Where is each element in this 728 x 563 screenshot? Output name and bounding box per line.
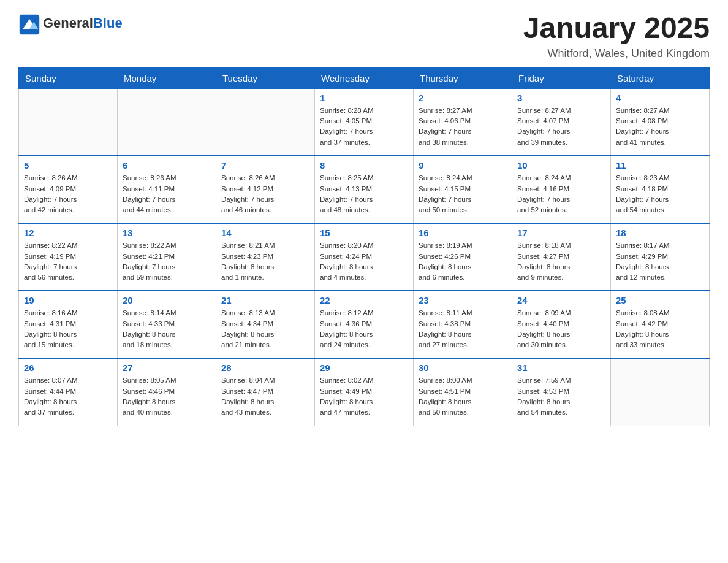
day-number: 26 xyxy=(24,362,112,373)
day-header-tuesday: Tuesday xyxy=(216,67,315,88)
calendar-cell: 23Sunrise: 8:11 AMSunset: 4:38 PMDayligh… xyxy=(414,291,512,358)
calendar-cell: 7Sunrise: 8:26 AMSunset: 4:12 PMDaylight… xyxy=(216,156,315,223)
day-header-thursday: Thursday xyxy=(414,67,512,88)
day-info: Sunrise: 8:11 AMSunset: 4:38 PMDaylight:… xyxy=(419,308,507,350)
calendar-cell: 18Sunrise: 8:17 AMSunset: 4:29 PMDayligh… xyxy=(611,223,710,291)
day-info: Sunrise: 8:26 AMSunset: 4:09 PMDaylight:… xyxy=(24,173,112,215)
title-section: January 2025 Whitford, Wales, United Kin… xyxy=(523,12,710,60)
logo-general-text: General xyxy=(43,15,93,31)
calendar-cell: 27Sunrise: 8:05 AMSunset: 4:46 PMDayligh… xyxy=(118,358,216,426)
calendar-cell xyxy=(216,88,315,156)
calendar-cell xyxy=(118,88,216,156)
day-header-sunday: Sunday xyxy=(19,67,118,88)
calendar-cell: 21Sunrise: 8:13 AMSunset: 4:34 PMDayligh… xyxy=(216,291,315,358)
day-info: Sunrise: 8:04 AMSunset: 4:47 PMDaylight:… xyxy=(221,375,309,418)
calendar-cell: 17Sunrise: 8:18 AMSunset: 4:27 PMDayligh… xyxy=(512,223,611,291)
day-number: 8 xyxy=(320,160,408,170)
day-number: 11 xyxy=(616,160,704,170)
calendar-cell: 4Sunrise: 8:27 AMSunset: 4:08 PMDaylight… xyxy=(611,88,710,156)
logo-icon xyxy=(18,13,40,36)
day-info: Sunrise: 8:16 AMSunset: 4:31 PMDaylight:… xyxy=(24,308,112,350)
day-info: Sunrise: 8:22 AMSunset: 4:21 PMDaylight:… xyxy=(123,240,211,283)
calendar-cell: 16Sunrise: 8:19 AMSunset: 4:26 PMDayligh… xyxy=(414,223,512,291)
calendar-cell: 25Sunrise: 8:08 AMSunset: 4:42 PMDayligh… xyxy=(611,291,710,358)
calendar-cell: 9Sunrise: 8:24 AMSunset: 4:15 PMDaylight… xyxy=(414,156,512,223)
day-info: Sunrise: 8:09 AMSunset: 4:40 PMDaylight:… xyxy=(517,308,605,350)
day-number: 13 xyxy=(123,228,211,238)
calendar-header-row: SundayMondayTuesdayWednesdayThursdayFrid… xyxy=(19,67,710,88)
calendar-cell: 20Sunrise: 8:14 AMSunset: 4:33 PMDayligh… xyxy=(118,291,216,358)
calendar-cell: 31Sunrise: 7:59 AMSunset: 4:53 PMDayligh… xyxy=(512,358,611,426)
logo-blue-text: Blue xyxy=(93,15,123,31)
day-info: Sunrise: 8:23 AMSunset: 4:18 PMDaylight:… xyxy=(616,173,704,215)
calendar-cell: 24Sunrise: 8:09 AMSunset: 4:40 PMDayligh… xyxy=(512,291,611,358)
day-number: 30 xyxy=(419,362,507,373)
calendar-week-row: 19Sunrise: 8:16 AMSunset: 4:31 PMDayligh… xyxy=(19,291,710,358)
day-info: Sunrise: 8:05 AMSunset: 4:46 PMDaylight:… xyxy=(123,375,211,418)
day-info: Sunrise: 8:19 AMSunset: 4:26 PMDaylight:… xyxy=(419,240,507,283)
logo: GeneralBlue xyxy=(18,12,123,34)
location: Whitford, Wales, United Kingdom xyxy=(523,47,710,60)
day-info: Sunrise: 8:25 AMSunset: 4:13 PMDaylight:… xyxy=(320,173,408,215)
calendar-cell: 5Sunrise: 8:26 AMSunset: 4:09 PMDaylight… xyxy=(19,156,118,223)
day-info: Sunrise: 8:26 AMSunset: 4:11 PMDaylight:… xyxy=(123,173,211,215)
calendar-cell: 14Sunrise: 8:21 AMSunset: 4:23 PMDayligh… xyxy=(216,223,315,291)
day-number: 19 xyxy=(24,295,112,305)
day-info: Sunrise: 8:26 AMSunset: 4:12 PMDaylight:… xyxy=(221,173,309,215)
calendar-cell: 6Sunrise: 8:26 AMSunset: 4:11 PMDaylight… xyxy=(118,156,216,223)
calendar-week-row: 5Sunrise: 8:26 AMSunset: 4:09 PMDaylight… xyxy=(19,156,710,223)
day-number: 18 xyxy=(616,228,704,238)
day-info: Sunrise: 8:14 AMSunset: 4:33 PMDaylight:… xyxy=(123,308,211,350)
calendar-cell: 10Sunrise: 8:24 AMSunset: 4:16 PMDayligh… xyxy=(512,156,611,223)
day-number: 27 xyxy=(123,362,211,373)
day-number: 15 xyxy=(320,228,408,238)
day-number: 2 xyxy=(419,93,507,103)
day-info: Sunrise: 8:22 AMSunset: 4:19 PMDaylight:… xyxy=(24,240,112,283)
day-number: 31 xyxy=(517,362,605,373)
day-header-monday: Monday xyxy=(118,67,216,88)
day-number: 10 xyxy=(517,160,605,170)
day-info: Sunrise: 8:18 AMSunset: 4:27 PMDaylight:… xyxy=(517,240,605,283)
day-info: Sunrise: 8:28 AMSunset: 4:05 PMDaylight:… xyxy=(320,105,408,148)
day-info: Sunrise: 8:08 AMSunset: 4:42 PMDaylight:… xyxy=(616,308,704,350)
calendar-cell: 2Sunrise: 8:27 AMSunset: 4:06 PMDaylight… xyxy=(414,88,512,156)
day-number: 21 xyxy=(221,295,309,305)
day-info: Sunrise: 8:24 AMSunset: 4:15 PMDaylight:… xyxy=(419,173,507,215)
day-info: Sunrise: 8:02 AMSunset: 4:49 PMDaylight:… xyxy=(320,375,408,418)
calendar-cell: 22Sunrise: 8:12 AMSunset: 4:36 PMDayligh… xyxy=(315,291,414,358)
calendar-week-row: 26Sunrise: 8:07 AMSunset: 4:44 PMDayligh… xyxy=(19,358,710,426)
day-info: Sunrise: 8:07 AMSunset: 4:44 PMDaylight:… xyxy=(24,375,112,418)
day-number: 25 xyxy=(616,295,704,305)
day-number: 3 xyxy=(517,93,605,103)
calendar-cell xyxy=(19,88,118,156)
day-header-friday: Friday xyxy=(512,67,611,88)
calendar-cell: 15Sunrise: 8:20 AMSunset: 4:24 PMDayligh… xyxy=(315,223,414,291)
calendar-cell: 28Sunrise: 8:04 AMSunset: 4:47 PMDayligh… xyxy=(216,358,315,426)
day-info: Sunrise: 8:12 AMSunset: 4:36 PMDaylight:… xyxy=(320,308,408,350)
page-header: GeneralBlue January 2025 Whitford, Wales… xyxy=(18,12,710,60)
calendar-cell: 1Sunrise: 8:28 AMSunset: 4:05 PMDaylight… xyxy=(315,88,414,156)
day-number: 14 xyxy=(221,228,309,238)
calendar-cell: 26Sunrise: 8:07 AMSunset: 4:44 PMDayligh… xyxy=(19,358,118,426)
calendar-cell: 30Sunrise: 8:00 AMSunset: 4:51 PMDayligh… xyxy=(414,358,512,426)
day-number: 6 xyxy=(123,160,211,170)
day-info: Sunrise: 8:27 AMSunset: 4:06 PMDaylight:… xyxy=(419,105,507,148)
calendar-cell: 29Sunrise: 8:02 AMSunset: 4:49 PMDayligh… xyxy=(315,358,414,426)
calendar-cell: 3Sunrise: 8:27 AMSunset: 4:07 PMDaylight… xyxy=(512,88,611,156)
calendar-week-row: 1Sunrise: 8:28 AMSunset: 4:05 PMDaylight… xyxy=(19,88,710,156)
day-number: 5 xyxy=(24,160,112,170)
day-number: 28 xyxy=(221,362,309,373)
day-number: 20 xyxy=(123,295,211,305)
day-info: Sunrise: 7:59 AMSunset: 4:53 PMDaylight:… xyxy=(517,375,605,418)
day-number: 29 xyxy=(320,362,408,373)
calendar: SundayMondayTuesdayWednesdayThursdayFrid… xyxy=(18,67,710,426)
day-header-wednesday: Wednesday xyxy=(315,67,414,88)
day-info: Sunrise: 8:27 AMSunset: 4:07 PMDaylight:… xyxy=(517,105,605,148)
day-info: Sunrise: 8:13 AMSunset: 4:34 PMDaylight:… xyxy=(221,308,309,350)
month-title: January 2025 xyxy=(523,12,710,45)
calendar-cell: 19Sunrise: 8:16 AMSunset: 4:31 PMDayligh… xyxy=(19,291,118,358)
calendar-cell: 13Sunrise: 8:22 AMSunset: 4:21 PMDayligh… xyxy=(118,223,216,291)
day-number: 16 xyxy=(419,228,507,238)
day-number: 23 xyxy=(419,295,507,305)
day-info: Sunrise: 8:21 AMSunset: 4:23 PMDaylight:… xyxy=(221,240,309,283)
